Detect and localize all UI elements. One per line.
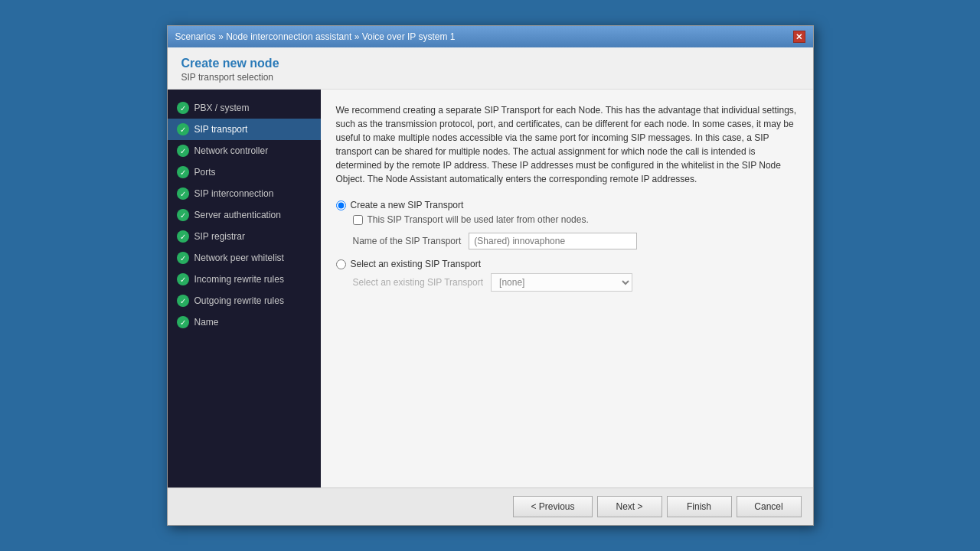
check-icon-pbx-system: ✓ bbox=[177, 102, 189, 114]
sidebar-item-incoming-rewrite-rules[interactable]: ✓Incoming rewrite rules bbox=[168, 269, 321, 290]
sidebar-item-sip-registrar[interactable]: ✓SIP registrar bbox=[168, 226, 321, 247]
description-text: We recommend creating a separate SIP Tra… bbox=[336, 103, 798, 186]
sidebar-label-incoming-rewrite-rules: Incoming rewrite rules bbox=[194, 274, 284, 285]
sidebar-label-sip-transport: SIP transport bbox=[194, 124, 248, 135]
cancel-button[interactable]: Cancel bbox=[737, 496, 802, 517]
option-create-label[interactable]: Create a new SIP Transport bbox=[336, 200, 798, 210]
sidebar-label-ports: Ports bbox=[194, 167, 216, 178]
sidebar-label-sip-interconnection: SIP interconnection bbox=[194, 188, 274, 199]
dialog-subtitle: SIP transport selection bbox=[181, 72, 799, 83]
check-icon-network-peer-whitelist: ✓ bbox=[177, 252, 189, 264]
check-icon-ports: ✓ bbox=[177, 166, 189, 178]
dialog-header: Create new node SIP transport selection bbox=[168, 47, 813, 90]
check-icon-sip-registrar: ✓ bbox=[177, 230, 189, 243]
check-icon-sip-interconnection: ✓ bbox=[177, 187, 189, 200]
sidebar-item-name[interactable]: ✓Name bbox=[168, 311, 321, 333]
dialog-footer: < Previous Next > Finish Cancel bbox=[168, 487, 813, 525]
previous-button[interactable]: < Previous bbox=[513, 496, 592, 517]
sidebar-item-sip-interconnection[interactable]: ✓SIP interconnection bbox=[168, 183, 321, 204]
breadcrumb: Scenarios » Node interconnection assista… bbox=[175, 31, 456, 42]
check-icon-incoming-rewrite-rules: ✓ bbox=[177, 273, 189, 285]
name-input[interactable] bbox=[469, 233, 637, 249]
sidebar-item-outgoing-rewrite-rules[interactable]: ✓Outgoing rewrite rules bbox=[168, 290, 321, 311]
sidebar-label-pbx-system: PBX / system bbox=[194, 103, 250, 113]
check-icon-outgoing-rewrite-rules: ✓ bbox=[177, 295, 189, 307]
sidebar-label-network-peer-whitelist: Network peer whitelist bbox=[194, 253, 284, 263]
sidebar-label-server-authentication: Server authentication bbox=[194, 210, 281, 220]
title-bar: Scenarios » Node interconnection assista… bbox=[168, 26, 813, 47]
option-existing-row: Select an existing SIP Transport Select … bbox=[336, 259, 798, 292]
dialog-title: Create new node bbox=[181, 57, 799, 70]
name-field-row: Name of the SIP Transport bbox=[353, 233, 798, 249]
name-field-label: Name of the SIP Transport bbox=[353, 236, 462, 246]
main-dialog: Scenarios » Node interconnection assista… bbox=[167, 25, 814, 526]
existing-select-row: Select an existing SIP Transport [none] bbox=[353, 273, 798, 292]
close-button[interactable]: ✕ bbox=[793, 31, 805, 43]
check-icon-network-controller: ✓ bbox=[177, 145, 189, 157]
sidebar-item-server-authentication[interactable]: ✓Server authentication bbox=[168, 204, 321, 226]
finish-button[interactable]: Finish bbox=[667, 496, 732, 517]
sidebar-label-outgoing-rewrite-rules: Outgoing rewrite rules bbox=[194, 295, 284, 306]
dialog-body: ✓PBX / system✓SIP transport✓Network cont… bbox=[168, 90, 813, 487]
option-existing-radio[interactable] bbox=[336, 259, 346, 269]
shared-checkbox[interactable] bbox=[353, 215, 363, 225]
next-button[interactable]: Next > bbox=[597, 496, 662, 517]
sidebar-item-sip-transport[interactable]: ✓SIP transport bbox=[168, 119, 321, 140]
sidebar: ✓PBX / system✓SIP transport✓Network cont… bbox=[168, 90, 321, 487]
sidebar-item-ports[interactable]: ✓Ports bbox=[168, 161, 321, 183]
sidebar-label-sip-registrar: SIP registrar bbox=[194, 231, 245, 242]
sidebar-item-network-peer-whitelist[interactable]: ✓Network peer whitelist bbox=[168, 247, 321, 269]
option-create-radio[interactable] bbox=[336, 201, 346, 210]
option-create-row: Create a new SIP Transport This SIP Tran… bbox=[336, 200, 798, 249]
check-icon-server-authentication: ✓ bbox=[177, 209, 189, 221]
sidebar-label-network-controller: Network controller bbox=[194, 145, 269, 156]
sub-option-shared: This SIP Transport will be used later fr… bbox=[353, 214, 798, 225]
option-existing-label[interactable]: Select an existing SIP Transport bbox=[336, 259, 798, 269]
sidebar-item-pbx-system[interactable]: ✓PBX / system bbox=[168, 97, 321, 119]
existing-select-label: Select an existing SIP Transport bbox=[353, 277, 484, 288]
existing-select[interactable]: [none] bbox=[491, 273, 632, 292]
check-icon-name: ✓ bbox=[177, 316, 189, 328]
content-area: We recommend creating a separate SIP Tra… bbox=[321, 90, 813, 487]
check-icon-sip-transport: ✓ bbox=[177, 123, 189, 135]
sidebar-item-network-controller[interactable]: ✓Network controller bbox=[168, 140, 321, 161]
sidebar-label-name: Name bbox=[194, 317, 219, 328]
